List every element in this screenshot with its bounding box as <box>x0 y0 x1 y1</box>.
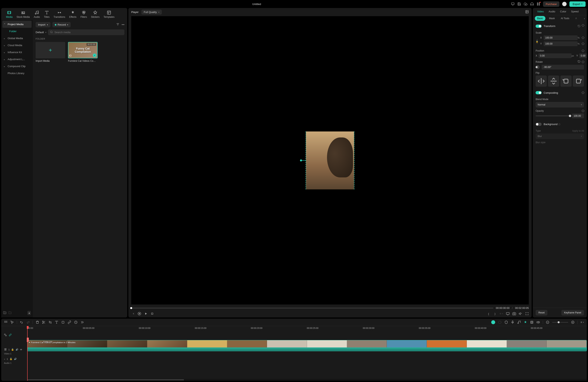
cloud-icon[interactable] <box>524 2 527 6</box>
sort-dropdown[interactable]: Default <box>36 31 46 34</box>
mask-tool-icon[interactable] <box>61 321 65 324</box>
sidebar-folder[interactable]: Folder <box>1 28 33 35</box>
stop-icon[interactable] <box>150 312 154 315</box>
rotate-cw-button[interactable] <box>560 76 572 87</box>
timeline-layout-icon[interactable] <box>4 321 8 324</box>
ai-face-icon[interactable] <box>491 320 495 324</box>
rotate-ccw-button[interactable] <box>573 76 584 87</box>
apply-to-all-button[interactable]: Apply to All <box>572 130 584 132</box>
background-toggle[interactable] <box>536 123 542 126</box>
crop-icon[interactable] <box>48 321 52 324</box>
compositing-keyframe-icon[interactable] <box>582 91 584 94</box>
tab-color-props[interactable]: Color <box>558 8 568 15</box>
delete-folder-icon[interactable] <box>8 311 12 315</box>
sidebar-cloud-media[interactable]: Cloud Media <box>1 42 33 49</box>
display-settings-icon[interactable] <box>506 312 510 315</box>
timeline-horizontal-scrollbar[interactable] <box>27 379 587 381</box>
text-tool-icon[interactable] <box>55 321 58 324</box>
filter-icon[interactable] <box>116 22 120 27</box>
time-ruler[interactable]: 00:00 00:00:05:00 00:00:10:00 00:00:15:0… <box>27 326 587 331</box>
apps-icon[interactable] <box>537 2 540 6</box>
opacity-keyframe-icon[interactable] <box>582 110 584 112</box>
mark-out-icon[interactable]: } <box>493 312 497 315</box>
tab-filters[interactable]: Filters <box>79 10 89 19</box>
subtab-scroll-right-icon[interactable]: › <box>584 17 585 20</box>
tab-audio[interactable]: Audio <box>32 10 42 19</box>
track-visibility-icon[interactable]: 👁 <box>20 348 22 351</box>
position-y-input[interactable] <box>579 53 587 58</box>
zoom-in-icon[interactable] <box>571 321 575 324</box>
reset-button[interactable]: Reset <box>536 310 547 315</box>
play-loop-icon[interactable] <box>138 312 141 315</box>
zoom-out-icon[interactable] <box>546 321 549 324</box>
play-icon[interactable] <box>144 312 147 315</box>
sidebar-adjustment-layer[interactable]: Adjustment L... <box>1 56 33 63</box>
link-tool-icon[interactable] <box>68 321 71 324</box>
scale-x-keyframe-icon[interactable] <box>582 36 584 39</box>
speed-tool-icon[interactable] <box>74 321 78 324</box>
tab-media[interactable]: Media <box>4 10 14 19</box>
quality-dropdown[interactable]: Full Quality▾ <box>141 10 162 15</box>
zoom-slider[interactable] <box>552 322 568 323</box>
tab-stock-media[interactable]: Stock Media <box>15 10 31 19</box>
audio-lock-icon[interactable]: 🔓 <box>10 358 12 360</box>
video-preview[interactable] <box>131 16 529 305</box>
compositing-toggle[interactable] <box>536 91 542 94</box>
delete-icon[interactable] <box>36 321 39 324</box>
volume-icon[interactable] <box>519 312 522 315</box>
scale-y-keyframe-icon[interactable] <box>582 42 584 45</box>
sidebar-global-media[interactable]: Global Media <box>1 35 33 42</box>
camera-icon[interactable] <box>512 312 516 315</box>
sidebar-photos-library[interactable]: Photos Library <box>1 70 33 77</box>
selection-tool-icon[interactable] <box>10 321 14 324</box>
voiceover-icon[interactable] <box>511 321 514 324</box>
track-view-icon[interactable] <box>580 321 584 324</box>
more-icon[interactable]: ••• <box>122 23 125 26</box>
media-clip-tile[interactable]: Funny CatCompilation 00:02:00 ✓ <box>68 42 98 58</box>
search-input[interactable] <box>54 31 122 34</box>
flip-horizontal-button[interactable] <box>536 76 547 87</box>
marker-dropdown-icon[interactable] <box>500 312 503 315</box>
subtab-ai-tools[interactable]: AI Tools <box>558 16 572 21</box>
rotate-value-input[interactable]: -90.00° <box>542 65 584 70</box>
split-icon[interactable] <box>42 321 46 324</box>
track-sync-icon[interactable] <box>4 333 7 337</box>
position-keyframe-icon[interactable] <box>582 49 584 52</box>
scale-x-input[interactable] <box>544 35 578 40</box>
purchase-button[interactable]: Purchase <box>543 1 560 7</box>
rotate-dial[interactable] <box>536 65 540 69</box>
opacity-slider[interactable] <box>536 115 570 116</box>
prev-frame-icon[interactable] <box>131 312 135 315</box>
audio-beat-icon[interactable] <box>517 321 521 324</box>
playhead[interactable] <box>27 326 28 381</box>
scale-y-input[interactable] <box>544 41 578 46</box>
subtab-more[interactable]: A <box>573 16 579 21</box>
track-link-icon[interactable] <box>9 333 12 337</box>
color-match-icon[interactable] <box>498 321 502 324</box>
opacity-value-input[interactable] <box>572 114 584 118</box>
playback-progress[interactable] <box>131 308 493 308</box>
new-folder-icon[interactable] <box>3 311 6 315</box>
record-dropdown[interactable]: Record▾ <box>52 22 71 27</box>
auto-enhance-icon[interactable] <box>524 321 527 324</box>
audio-mute-icon[interactable]: 🔊 <box>14 358 17 360</box>
save-icon[interactable] <box>517 2 521 6</box>
transform-toggle[interactable] <box>536 25 542 28</box>
fit-width-icon[interactable] <box>536 321 540 324</box>
sidebar-project-media[interactable]: Project Media <box>2 21 32 28</box>
snapshot-icon[interactable] <box>525 10 529 14</box>
reset-transform-icon[interactable] <box>578 24 580 28</box>
video-clip[interactable]: ▸Funniest Cat Videos Compilation in 2 Mi… <box>27 340 587 351</box>
blend-mode-select[interactable]: Normal▾ <box>536 102 584 108</box>
import-media-tile[interactable]: + <box>36 42 65 58</box>
tab-effects[interactable]: Effects <box>68 10 78 19</box>
track-mute-icon[interactable]: 🔊 <box>16 348 18 351</box>
keyframe-transform-icon[interactable] <box>582 24 584 27</box>
more-tools-icon[interactable] <box>80 321 84 324</box>
display-icon[interactable] <box>511 2 515 6</box>
help-icon[interactable]: ⓘ <box>558 123 560 125</box>
subtab-mask[interactable]: Mask <box>546 16 557 21</box>
marker-icon[interactable] <box>530 321 534 324</box>
redo-icon[interactable] <box>26 321 30 324</box>
sidebar-influence-kit[interactable]: Influence Kit <box>1 49 33 56</box>
